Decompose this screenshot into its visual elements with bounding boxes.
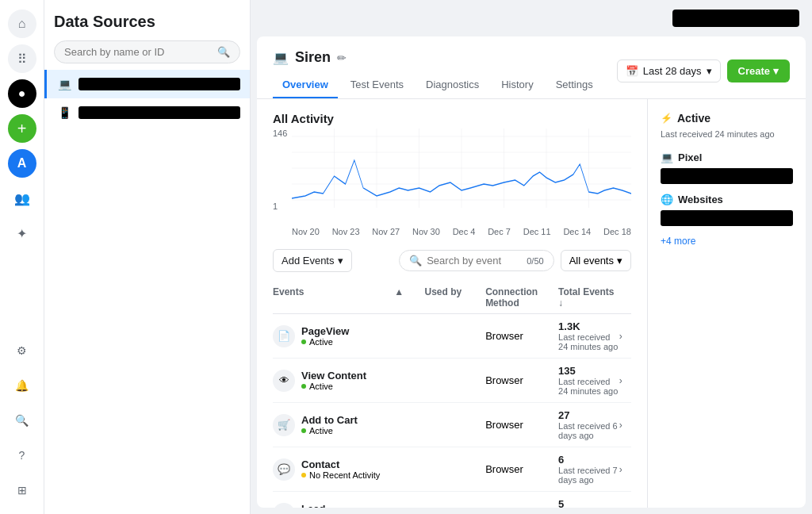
total-sub: Last received 24 minutes ago (558, 332, 619, 351)
total-sub: Last received 24 minutes ago (558, 377, 619, 396)
sidebar-item-desktop[interactable]: 💻 (44, 70, 250, 98)
connection-cell: Browser (485, 419, 558, 431)
event-name: PageView (301, 325, 349, 337)
user-icon[interactable]: ● (8, 79, 36, 108)
total-cell: 5 Last received 7 days ago (558, 498, 619, 508)
search-event-input[interactable] (427, 255, 522, 267)
total-value: 1.3K (558, 320, 619, 332)
add-events-label: Add Events (282, 255, 335, 267)
expand-icon[interactable]: › (619, 375, 631, 386)
sidebar-item-name-1 (79, 78, 240, 90)
chart-y-min: 1 (273, 201, 278, 211)
event-name: Lead (301, 503, 380, 508)
sidebar-title: Data Sources (54, 13, 155, 31)
total-value: 135 (558, 365, 619, 377)
search-event-bar[interactable]: 🔍 0/50 (399, 250, 553, 271)
panel-title: Siren (295, 49, 331, 66)
date-range-label: Last 28 days (643, 65, 702, 77)
search-bar[interactable]: 🔍 (54, 40, 240, 63)
all-events-button[interactable]: All events ▾ (561, 250, 631, 271)
desktop-icon: 💻 (56, 76, 72, 92)
aside-pixel-title: 💻 Pixel (661, 152, 793, 163)
event-icon-pageview: 📄 (273, 325, 295, 347)
chevron-down-icon: ▾ (773, 65, 779, 77)
connection-cell: Browser (485, 374, 558, 386)
websites-label: Websites (678, 194, 723, 205)
add-events-button[interactable]: Add Events ▾ (273, 249, 352, 272)
help-icon[interactable]: ? (8, 441, 36, 470)
active-label: Active (677, 112, 710, 125)
event-name-cell: 💬 Contact No Recent Activity (273, 458, 394, 481)
x-label-1: Nov 23 (332, 227, 360, 236)
edit-icon[interactable]: ✏ (337, 52, 347, 64)
event-details: View Content Active (301, 370, 366, 391)
all-events-label: All events (569, 255, 614, 267)
status-dot (301, 473, 306, 478)
pixel-icon: 💻 (661, 152, 673, 163)
status-label: Active (309, 337, 333, 347)
people-icon[interactable]: 👥 (8, 184, 36, 213)
event-details: Contact No Recent Activity (301, 458, 380, 480)
tab-diagnostics[interactable]: Diagnostics (416, 72, 488, 98)
tab-history[interactable]: History (492, 72, 542, 98)
total-sub: Last received 6 days ago (558, 421, 619, 440)
tab-settings[interactable]: Settings (546, 72, 603, 98)
pixel-label: Pixel (678, 152, 702, 163)
pixel-bar (661, 168, 793, 184)
col-expand (619, 286, 631, 309)
ads-icon[interactable]: A (8, 149, 36, 178)
chevron-down-icon: ▾ (617, 255, 622, 267)
table-row: 👁 View Content Active (273, 359, 631, 403)
events-table: Events ▲ Used by Connection Method Total… (273, 282, 631, 508)
expand-icon[interactable]: › (619, 464, 631, 475)
chart-y-max: 146 (273, 128, 287, 138)
sidebar-item-mobile[interactable]: 📱 (44, 98, 250, 127)
chart-x-labels: Nov 20 Nov 23 Nov 27 Nov 30 Dec 4 Dec 7 … (273, 227, 631, 236)
date-picker-button[interactable]: 📅 Last 28 days ▾ (617, 59, 721, 82)
event-count: 0/50 (527, 256, 543, 266)
sidebar: Data Sources 🔍 💻 📱 (44, 0, 251, 514)
tab-overview[interactable]: Overview (273, 72, 338, 98)
search-input[interactable] (64, 46, 213, 58)
connection-cell: Browser (485, 330, 558, 342)
expand-icon[interactable]: › (619, 331, 631, 342)
table-row: 📋 Lead No Recent Activity (273, 492, 631, 508)
x-label-6: Dec 11 (523, 227, 551, 236)
event-name-cell: 📄 PageView Active (273, 325, 394, 347)
col-total: Total Events ↓ (558, 286, 619, 309)
home-icon[interactable]: ⌂ (8, 10, 36, 38)
x-label-4: Dec 4 (453, 227, 476, 236)
panel-header: 💻 Siren ✏ Overview Test Events Diagnosti… (257, 36, 806, 99)
bell-icon[interactable]: 🔔 (8, 371, 36, 400)
plus-icon[interactable]: + (8, 114, 36, 143)
create-button[interactable]: Create ▾ (727, 59, 790, 82)
x-label-0: Nov 20 (292, 227, 320, 236)
x-label-8: Dec 18 (603, 227, 631, 236)
aside-websites-title: 🌐 Websites (661, 194, 793, 205)
tabs: Overview Test Events Diagnostics History… (273, 66, 603, 98)
x-label-3: Nov 30 (412, 227, 440, 236)
expand-icon[interactable]: › (619, 420, 631, 431)
more-link[interactable]: +4 more (661, 236, 793, 247)
table-icon[interactable]: ⊞ (8, 476, 36, 504)
search-nav-icon[interactable]: 🔍 (8, 406, 36, 435)
main-content: 💻 Siren ✏ Overview Test Events Diagnosti… (251, 0, 812, 514)
total-cell: 6 Last received 7 days ago (558, 454, 619, 485)
settings-icon[interactable]: ⚙ (8, 336, 36, 365)
left-nav: ⌂ ⠿ ● + A 👥 ✦ ⚙ 🔔 🔍 ? ⊞ (0, 0, 44, 514)
search-icon: 🔍 (409, 255, 422, 267)
status-dot (301, 339, 306, 344)
chevron-down-icon: ▾ (338, 255, 343, 267)
active-badge: ⚡ Active (661, 112, 793, 125)
table-row: 📄 PageView Active (273, 314, 631, 359)
col-connection: Connection Method (485, 286, 558, 309)
tab-test-events[interactable]: Test Events (341, 72, 413, 98)
event-details: Add to Cart Active (301, 414, 358, 435)
star-icon[interactable]: ✦ (8, 219, 36, 247)
panel-aside: ⚡ Active Last received 24 minutes ago 💻 … (647, 99, 806, 508)
table-header: Events ▲ Used by Connection Method Total… (273, 282, 631, 314)
globe-icon: 🌐 (661, 194, 673, 205)
panel-pixel-icon: 💻 (273, 50, 289, 65)
grid-icon[interactable]: ⠿ (8, 44, 36, 73)
events-section: Add Events ▾ 🔍 0/50 All events ▾ (273, 249, 631, 508)
